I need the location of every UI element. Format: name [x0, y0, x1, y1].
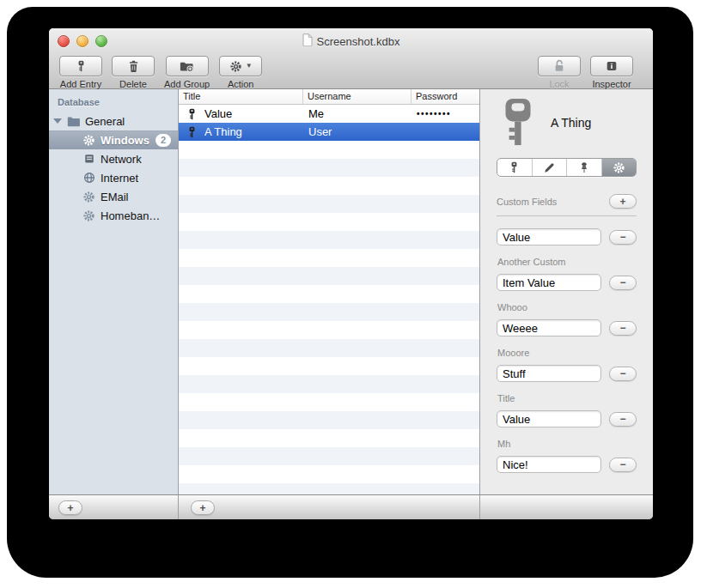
globe-icon [82, 172, 96, 184]
toolbar-add-entry-button[interactable]: Add Entry [59, 56, 102, 89]
empty-row [179, 375, 479, 393]
inspector-tab-key[interactable] [497, 159, 533, 176]
sidebar-item-label: Homeban… [101, 209, 160, 222]
inspector-button-face[interactable] [590, 56, 633, 76]
custom-field-value-input[interactable] [497, 228, 601, 246]
remove-custom-field-button[interactable]: − [609, 230, 637, 245]
column-header-username[interactable]: Username [303, 89, 411, 104]
custom-field-value-input[interactable] [497, 410, 601, 427]
folder-icon [66, 116, 81, 127]
document-icon [302, 33, 313, 49]
empty-row [179, 393, 479, 411]
custom-field-row: − [497, 228, 637, 246]
custom-field-value-input[interactable] [497, 365, 601, 382]
action-button-face[interactable]: ▼ [219, 56, 262, 76]
empty-row [179, 321, 479, 339]
toolbar-delete-button[interactable]: Delete [112, 56, 155, 89]
custom-field-value-input[interactable] [497, 456, 601, 473]
sidebar-add-group-button[interactable]: + [58, 500, 82, 515]
sidebar-item-network[interactable]: Network [49, 149, 178, 168]
sidebar-item-homeban[interactable]: Homeban… [49, 206, 178, 225]
sidebar-item-internet[interactable]: Internet [49, 168, 178, 187]
empty-row [179, 411, 479, 429]
empty-row [179, 285, 479, 303]
chevron-down-icon: ▼ [246, 63, 253, 70]
entry-username-cell: User [303, 125, 411, 138]
toolbar-action-button[interactable]: ▼Action [219, 56, 262, 89]
custom-field-row: − [497, 274, 637, 291]
info-icon [605, 59, 619, 73]
inspector-tab-pencil[interactable] [533, 159, 568, 176]
delete-button-face[interactable] [112, 56, 155, 76]
custom-field-value-input[interactable] [497, 319, 601, 336]
window-title: Screenshot.kdbx [49, 33, 653, 49]
column-header-title[interactable]: Title [179, 89, 303, 104]
toolbar-left: Add EntryDeleteAdd Group▼Action [59, 56, 271, 89]
pencil-icon [543, 161, 556, 174]
custom-field-value-input[interactable] [497, 274, 601, 291]
gear-icon [613, 161, 625, 174]
remove-custom-field-button[interactable]: − [609, 412, 637, 427]
sidebar-item-label: Windows [101, 134, 149, 147]
folder-plus-icon [180, 60, 194, 73]
empty-row [179, 159, 479, 177]
key-icon [509, 161, 520, 173]
custom-field-label: Mooore [497, 348, 636, 358]
lock-open-icon [552, 59, 566, 73]
entry-title-cell: A Thing [179, 125, 303, 138]
sidebar-item-email[interactable]: EMail [49, 187, 178, 206]
add-group-button-face[interactable] [166, 56, 209, 76]
toolbar-delete-label: Delete [119, 79, 147, 89]
entry-row[interactable]: A ThingUser [179, 123, 479, 141]
custom-field-row: − [497, 365, 637, 382]
toolbar-add-group-label: Add Group [164, 79, 210, 89]
add-entry-button-face[interactable] [59, 56, 102, 76]
toolbar-add-group-button[interactable]: Add Group [164, 56, 210, 89]
entry-title-text: A Thing [204, 125, 242, 138]
sidebar-list: GeneralWindows2NetworkInternetEMailHomeb… [49, 112, 178, 225]
inspector-tabs [497, 158, 637, 177]
empty-row [179, 249, 479, 267]
empty-row [179, 339, 479, 357]
disclosure-triangle-icon[interactable] [53, 118, 62, 124]
custom-fields-divider [497, 215, 637, 216]
entry-table-header[interactable]: TitleUsernamePassword [179, 89, 479, 105]
window-header: Screenshot.kdbx Add EntryDeleteAdd Group… [49, 28, 653, 89]
toolbar: Add EntryDeleteAdd Group▼Action LockInsp… [49, 54, 653, 90]
inspector-tab-pushpin[interactable] [567, 159, 602, 176]
entry-list: TitleUsernamePassword ValueMe••••••••A T… [179, 89, 480, 494]
toolbar-lock-button: Lock [538, 56, 581, 89]
remove-custom-field-button[interactable]: − [609, 458, 637, 472]
entry-title-cell: Value [179, 107, 303, 120]
empty-row [179, 267, 479, 285]
custom-field-label: Another Custom [497, 257, 636, 267]
entry-password-cell: •••••••• [411, 109, 479, 118]
table-add-entry-button[interactable]: + [191, 500, 215, 515]
add-custom-field-button[interactable]: + [609, 194, 637, 209]
sidebar: Database GeneralWindows2NetworkInternetE… [49, 89, 179, 494]
network-icon [82, 153, 96, 165]
column-header-password[interactable]: Password [411, 89, 479, 104]
empty-row [179, 141, 479, 159]
remove-custom-field-button[interactable]: − [609, 367, 637, 381]
sidebar-item-windows[interactable]: Windows2 [49, 130, 178, 149]
gear-icon [82, 134, 96, 147]
toolbar-inspector-button[interactable]: Inspector [590, 56, 633, 89]
bottom-bar-divider-left [178, 495, 179, 519]
custom-field-label: Title [497, 393, 636, 403]
entry-title-text: Value [204, 107, 232, 120]
remove-custom-field-button[interactable]: − [609, 276, 637, 290]
custom-field-row: − [497, 456, 637, 473]
inspector-entry-header: A Thing [480, 89, 653, 146]
sidebar-item-general[interactable]: General [49, 112, 178, 130]
bottom-bar: + + [49, 494, 653, 519]
custom-fields-header: Custom Fields [497, 197, 557, 207]
empty-row [179, 303, 479, 321]
entry-row[interactable]: ValueMe•••••••• [179, 105, 479, 123]
main-content: Database GeneralWindows2NetworkInternetE… [49, 89, 653, 494]
custom-fields-section: Custom Fields + −Another Custom−Whooo−Mo… [480, 177, 653, 473]
inspector-tab-gear[interactable] [602, 159, 637, 176]
remove-custom-field-button[interactable]: − [609, 321, 637, 336]
pushpin-icon [578, 161, 590, 174]
sidebar-item-label: General [85, 115, 125, 128]
